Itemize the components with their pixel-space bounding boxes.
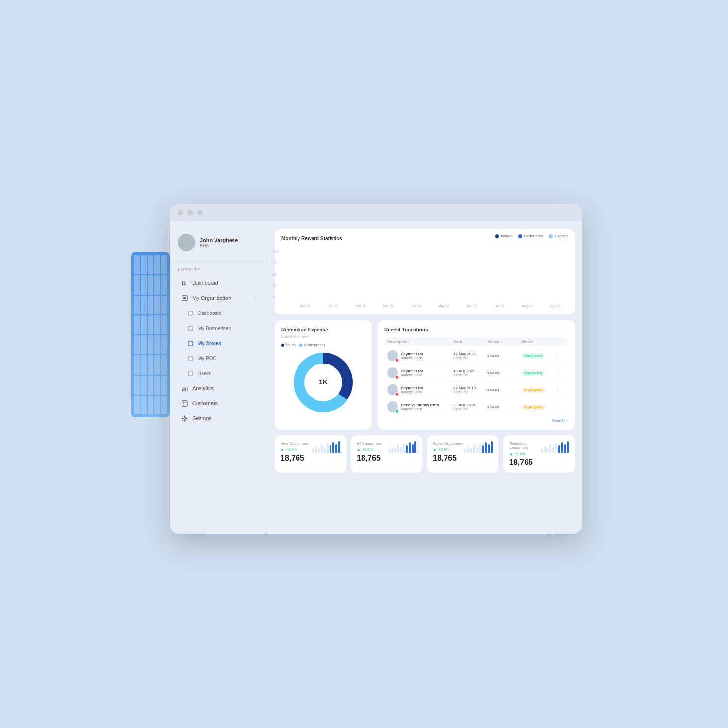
sidebar-item-label: My Organization	[192, 295, 231, 301]
mini-bar	[400, 447, 402, 453]
stat-growth: ▲ +2.6%	[281, 447, 308, 452]
stat-value: 18,765	[357, 454, 416, 463]
legend-expired: Expired	[549, 234, 568, 238]
svg-text:1K: 1K	[319, 378, 328, 386]
middle-section: Redemtion Expense Last 6 Months ▾ Sales	[275, 320, 575, 430]
mini-bar	[473, 444, 475, 453]
legend-expired-dot	[549, 234, 553, 238]
stat-card-new-customers: New Customers ▲ +2.6% 18,765	[275, 435, 346, 473]
row-menu-button[interactable]: ⋮	[555, 404, 565, 410]
mini-bar	[491, 441, 493, 453]
mini-bar	[318, 448, 320, 453]
chart-title: Monthly Reward Statistics	[281, 236, 342, 241]
td-date: 17 May 2021 04:50 PM	[453, 352, 485, 360]
growth-arrow: ▲	[281, 447, 284, 452]
mini-bar	[482, 445, 484, 453]
bar-x-label: Apr '22	[403, 304, 429, 308]
blue-grid-decoration	[131, 252, 170, 417]
sidebar-item-label: Users	[198, 371, 211, 376]
status-badge: Completed	[521, 370, 545, 376]
svg-rect-3	[188, 326, 193, 331]
sidebar-item-label: Dashboard	[192, 280, 218, 286]
stat-value: 18,765	[433, 454, 493, 463]
mini-bar	[327, 443, 329, 453]
sidebar-item-analytics[interactable]: Analytics	[173, 381, 264, 396]
row-menu-button[interactable]: ⋮	[555, 353, 565, 359]
row-menu-button[interactable]: ⋮	[555, 370, 565, 376]
th-date: Date	[453, 339, 485, 344]
mini-bar	[338, 441, 340, 453]
mini-bar	[406, 445, 408, 453]
tx-label: Receive money from	[401, 403, 439, 407]
svg-rect-2	[188, 311, 193, 315]
tx-avatar	[387, 367, 398, 378]
sidebar-item-my-stores[interactable]: My Stores	[173, 336, 264, 350]
my-businesses-icon	[186, 324, 194, 332]
redemption-period: Last 6 Months ▾	[281, 334, 328, 339]
svg-rect-6	[188, 371, 193, 376]
mini-bar	[464, 449, 466, 453]
legend-redeemed-dot	[518, 234, 522, 238]
table-row: Payment for Annette Black 24 May 2019 04…	[384, 381, 568, 398]
bar-x-label: Feb '22	[347, 304, 373, 308]
my-stores-icon	[186, 339, 194, 347]
sidebar-item-my-businesses[interactable]: My Businesses	[173, 321, 264, 335]
td-description: Receive money from Annette Black	[387, 401, 451, 412]
sidebar-item-sub-dashboard[interactable]: Dashboard	[173, 306, 264, 320]
sidebar-item-users[interactable]: Users	[173, 366, 264, 381]
tx-badge	[395, 358, 399, 362]
mini-bar	[332, 442, 334, 453]
mini-bar	[412, 444, 414, 453]
app-window: John Varghese BHS LOYALTY ⊞ Dashboard My…	[170, 204, 582, 534]
growth-arrow: ▲	[509, 452, 513, 456]
legend-redeemed: Redeemed	[518, 234, 543, 238]
sidebar-item-my-pos[interactable]: My POS	[173, 351, 264, 365]
mini-bar	[476, 447, 478, 453]
donut-sales-dot	[281, 344, 284, 347]
sidebar-item-settings[interactable]: Settings	[173, 411, 264, 426]
bar-x-label: Jan '22	[320, 304, 346, 308]
status-badge: Completed	[521, 353, 545, 359]
mini-chart	[312, 441, 340, 453]
legend-redeemed-label: Redeemed	[524, 234, 543, 238]
my-pos-icon	[186, 354, 194, 362]
settings-icon	[181, 414, 188, 422]
user-profile: John Varghese BHS	[170, 229, 266, 262]
mini-bar	[479, 443, 481, 453]
mini-bar	[312, 449, 314, 453]
table-row: Payment for Annette Black 13 Aug 2021 04…	[384, 364, 568, 381]
sidebar-item-my-organization[interactable]: My Organization ›	[173, 291, 264, 305]
customers-icon	[181, 399, 188, 407]
sidebar-item-customers[interactable]: Customers	[173, 396, 264, 411]
donut-legend: Sales Redemption	[281, 343, 365, 347]
growth-value: +2.6%	[438, 447, 449, 452]
view-all-link[interactable]: View All ›	[384, 418, 568, 423]
tx-avatar	[387, 350, 398, 361]
bar-x-label: Mar '22	[376, 304, 401, 308]
stat-card-active-customers: Active Customers ▲ +2.6% 18,765	[427, 435, 498, 473]
mini-bar	[485, 442, 487, 453]
row-menu-button[interactable]: ⋮	[555, 387, 565, 393]
sidebar-item-label: Dashboard	[198, 311, 222, 316]
tx-badge	[395, 409, 399, 413]
td-description: Payment for Annette Black	[387, 350, 451, 361]
td-status: Completed	[521, 371, 553, 375]
td-amount: $64.08	[487, 405, 519, 409]
sidebar-section-label: LOYALTY	[170, 267, 266, 275]
user-name: John Varghese	[200, 237, 238, 243]
table-row: Payment for Annette Black 17 May 2021 04…	[384, 347, 568, 364]
mini-bar	[315, 446, 317, 453]
legend-expired-label: Expired	[555, 234, 568, 238]
tx-name: Annette Black	[401, 390, 423, 394]
legend-issued-label: Issued	[501, 234, 513, 238]
tx-label: Payment for	[401, 369, 423, 373]
bar-x-label: May '22	[431, 304, 457, 308]
stat-label: All Customers	[357, 441, 381, 446]
sidebar-item-dashboard[interactable]: ⊞ Dashboard	[173, 276, 264, 290]
status-badge: In progress	[521, 387, 546, 393]
sidebar-item-label: Settings	[192, 415, 212, 421]
app-body: John Varghese BHS LOYALTY ⊞ Dashboard My…	[170, 221, 582, 534]
users-icon	[186, 369, 194, 377]
th-amount: Amount	[487, 339, 519, 344]
mini-bar	[552, 447, 554, 453]
